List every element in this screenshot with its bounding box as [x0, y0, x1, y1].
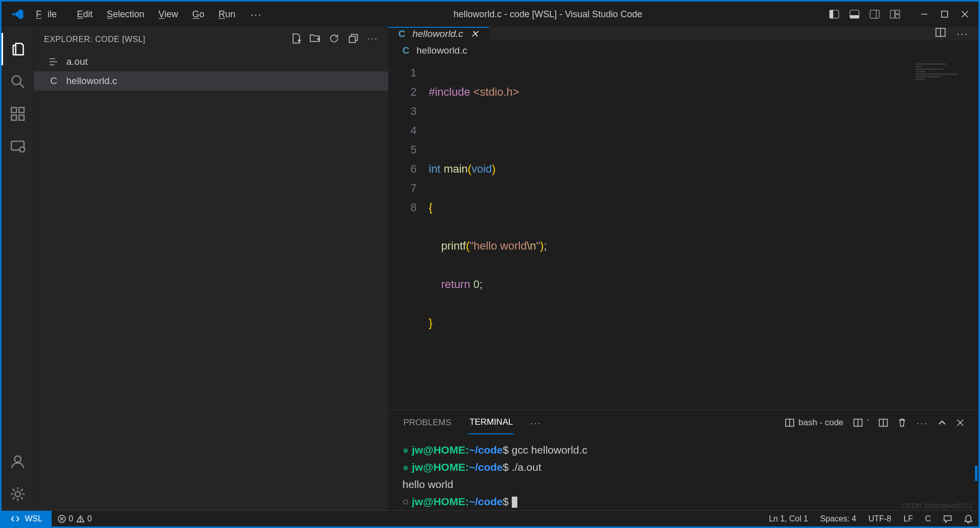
svg-point-13	[12, 76, 21, 85]
status-problems[interactable]: 0 0	[52, 514, 98, 523]
file-label: a.out	[66, 56, 88, 67]
explorer-sidebar: EXPLORER: CODE [WSL] ··· a.out C hellowo…	[34, 27, 388, 510]
title-bar: File Edit Selection View Go Run ··· hell…	[2, 2, 978, 27]
shell-label: bash - code	[798, 418, 843, 428]
menu-file[interactable]: File	[30, 6, 69, 23]
svg-rect-16	[11, 115, 16, 120]
panel-tab-terminal[interactable]: TERMINAL	[468, 411, 514, 434]
svg-rect-18	[19, 108, 24, 113]
file-a-out[interactable]: a.out	[34, 52, 388, 71]
svg-rect-6	[890, 10, 894, 18]
menu-bar: File Edit Selection View Go Run	[30, 6, 241, 23]
tab-label: helloworld.c	[413, 28, 463, 39]
layout-toggle-bottom-icon[interactable]	[849, 9, 860, 20]
editor-tabs: C helloworld.c ✕ ···	[388, 27, 978, 40]
svg-rect-10	[942, 11, 948, 17]
activity-account[interactable]	[2, 445, 33, 478]
activity-search[interactable]	[2, 65, 33, 98]
collapse-folders-icon[interactable]	[348, 33, 358, 46]
editor-more-icon[interactable]: ···	[957, 28, 968, 39]
terminal-scrollbar[interactable]	[975, 466, 977, 481]
layout-toggle-secondary-icon[interactable]	[869, 9, 880, 20]
file-helloworld-c[interactable]: C helloworld.c	[34, 71, 388, 91]
window-minimize-icon[interactable]	[919, 9, 930, 20]
svg-rect-1	[830, 10, 833, 18]
explorer-more-icon[interactable]: ···	[368, 33, 378, 46]
code-editor[interactable]: 12345678 #include <stdio.h> int main(voi…	[388, 61, 978, 410]
panel-close-icon[interactable]	[956, 419, 964, 427]
activity-settings[interactable]	[2, 478, 33, 510]
svg-rect-3	[850, 15, 859, 18]
svg-rect-27	[349, 36, 355, 43]
menu-edit[interactable]: Edit	[71, 6, 99, 23]
close-tab-icon[interactable]: ✕	[470, 28, 479, 40]
activity-explorer[interactable]	[2, 33, 33, 65]
code-content: #include <stdio.h> int main(void) { prin…	[429, 63, 978, 410]
bottom-panel: PROBLEMS TERMINAL ··· bash - code ˇ ···	[388, 410, 978, 516]
minimap[interactable]	[916, 63, 976, 94]
activity-extensions[interactable]	[2, 98, 33, 130]
terminal-shell-select[interactable]: bash - code	[785, 418, 843, 428]
svg-point-21	[14, 456, 21, 463]
file-label: helloworld.c	[66, 75, 117, 87]
explorer-title: EXPLORER: CODE [WSL]	[44, 35, 292, 44]
split-editor-icon[interactable]	[935, 28, 946, 39]
editor-area: C helloworld.c ✕ ··· C helloworld.c 1234…	[388, 27, 978, 510]
binary-file-icon	[48, 58, 59, 66]
window-close-icon[interactable]	[959, 9, 970, 20]
c-file-icon: C	[48, 75, 59, 87]
menu-go[interactable]: Go	[186, 6, 211, 23]
svg-point-22	[15, 492, 20, 497]
svg-rect-4	[870, 10, 879, 18]
layout-toggle-primary-icon[interactable]	[829, 9, 840, 20]
new-folder-icon[interactable]	[310, 33, 320, 46]
vscode-logo-icon	[12, 8, 24, 20]
menu-run[interactable]: Run	[213, 6, 241, 23]
menu-view[interactable]: View	[152, 6, 184, 23]
activity-remote[interactable]	[2, 130, 33, 163]
refresh-icon[interactable]	[329, 33, 339, 46]
terminal-cursor	[512, 497, 517, 508]
customize-layout-icon[interactable]	[889, 9, 901, 20]
window-title: helloworld.c - code [WSL] - Visual Studi…	[267, 9, 829, 20]
panel-overflow-icon[interactable]: ···	[530, 417, 542, 429]
svg-rect-7	[895, 10, 900, 14]
watermark: CSDN @jiangwei0512	[902, 497, 972, 514]
trash-icon[interactable]	[898, 418, 906, 427]
new-terminal-icon[interactable]	[879, 419, 888, 427]
c-file-icon: C	[398, 28, 405, 39]
terminal-body[interactable]: ● jw@HOME:~/code$ gcc helloworld.c ● jw@…	[388, 435, 978, 516]
breadcrumb-file: helloworld.c	[417, 45, 467, 56]
svg-point-45	[80, 520, 80, 521]
svg-line-14	[19, 84, 24, 88]
panel-more-icon[interactable]: ···	[916, 417, 928, 429]
panel-tab-problems[interactable]: PROBLEMS	[402, 412, 452, 434]
activity-bar	[2, 27, 34, 510]
breadcrumb[interactable]: C helloworld.c	[388, 40, 978, 61]
status-remote[interactable]: WSL	[2, 511, 52, 526]
window-maximize-icon[interactable]	[939, 9, 950, 20]
new-file-icon[interactable]	[292, 33, 301, 46]
panel-maximize-icon[interactable]	[938, 420, 946, 426]
svg-rect-15	[11, 108, 16, 113]
menu-selection[interactable]: Selection	[101, 6, 150, 23]
c-file-icon: C	[402, 45, 410, 56]
line-numbers: 12345678	[388, 63, 429, 410]
menu-overflow-icon[interactable]: ···	[246, 6, 267, 23]
svg-point-20	[19, 147, 24, 152]
split-terminal-icon[interactable]: ˇ	[853, 419, 869, 427]
svg-rect-17	[19, 115, 24, 120]
svg-rect-8	[895, 15, 900, 18]
tab-helloworld-c[interactable]: C helloworld.c ✕	[388, 27, 489, 40]
